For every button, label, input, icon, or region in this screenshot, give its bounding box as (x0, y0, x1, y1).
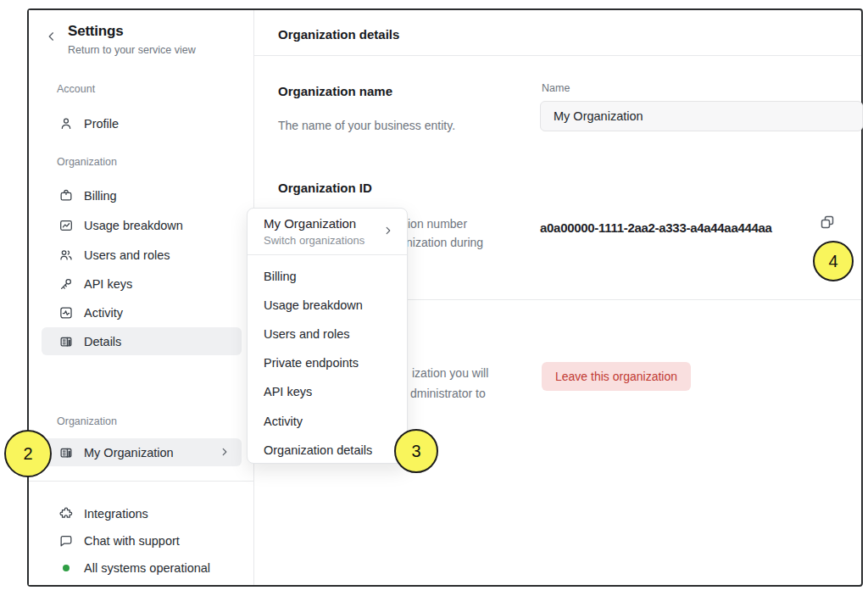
sidebar-item-activity[interactable]: Activity (42, 298, 242, 326)
building-icon (58, 334, 74, 349)
organization-dropdown-menu: My Organization Switch organizations Bil… (247, 208, 408, 464)
dropdown-item-usage-breakdown[interactable]: Usage breakdown (248, 291, 407, 320)
section-label-organization-switcher: Organization (57, 415, 117, 427)
users-icon (58, 248, 74, 263)
sidebar-item-label: Chat with support (84, 534, 180, 548)
annotation-badge-2: 2 (4, 430, 52, 477)
sidebar-item-usage-breakdown[interactable]: Usage breakdown (42, 211, 242, 239)
dropdown-header-my-organization[interactable]: My Organization Switch organizations (248, 209, 407, 254)
sidebar-item-profile[interactable]: Profile (42, 109, 242, 137)
leave-description-fragment: dministrator to (410, 387, 486, 400)
org-name-description: The name of your business entity. (278, 119, 455, 132)
billing-icon (58, 188, 74, 203)
annotation-badge-3: 3 (394, 429, 438, 473)
sidebar-item-chat-support[interactable]: Chat with support (42, 526, 242, 554)
section-label-organization: Organization (57, 156, 117, 168)
puzzle-icon (58, 506, 74, 521)
back-chevron-icon[interactable] (46, 31, 59, 44)
app-window: Settings Return to your service view Acc… (27, 8, 863, 587)
sidebar-item-my-organization[interactable]: My Organization (42, 438, 242, 466)
activity-icon (58, 305, 74, 320)
organization-id-value: a0a00000-1111-2aa2-a333-a4a44aa444aa (540, 220, 772, 235)
dropdown-item-billing[interactable]: Billing (248, 262, 407, 291)
chevron-right-icon (383, 224, 393, 239)
dropdown-item-organization-details[interactable]: Organization details (248, 436, 407, 465)
name-field-label: Name (542, 82, 570, 94)
dropdown-item-private-endpoints[interactable]: Private endpoints (248, 348, 407, 377)
sidebar-item-details[interactable]: Details (42, 327, 242, 355)
sidebar-item-label: Activity (84, 306, 123, 320)
settings-sidebar: Settings Return to your service view Acc… (29, 10, 254, 585)
sidebar-item-label: My Organization (84, 446, 174, 460)
chat-bubble-icon (58, 533, 74, 549)
leave-organization-button[interactable]: Leave this organization (542, 362, 691, 391)
sidebar-item-label: API keys (84, 277, 132, 291)
annotation-badge-4: 4 (813, 241, 854, 281)
usage-chart-icon (58, 218, 74, 233)
sidebar-item-label: Users and roles (84, 248, 170, 262)
dropdown-item-activity[interactable]: Activity (248, 407, 407, 436)
chevron-right-icon (220, 446, 230, 460)
header-divider (254, 55, 861, 56)
dropdown-subtitle: Switch organizations (264, 234, 364, 247)
sidebar-item-label: All systems operational (84, 561, 210, 575)
org-id-heading: Organization ID (278, 181, 372, 195)
sidebar-item-users-and-roles[interactable]: Users and roles (42, 241, 242, 269)
person-icon (58, 116, 74, 131)
organization-name-input[interactable] (540, 101, 863, 131)
dropdown-item-users-and-roles[interactable]: Users and roles (248, 320, 407, 348)
key-icon (58, 276, 74, 292)
dropdown-title: My Organization (264, 216, 356, 231)
sidebar-item-api-keys[interactable]: API keys (42, 270, 242, 298)
sidebar-item-system-status[interactable]: All systems operational (42, 554, 242, 582)
sidebar-item-label: Usage breakdown (84, 219, 183, 232)
leave-description-fragment: ization you will (412, 366, 488, 380)
sidebar-item-integrations[interactable]: Integrations (42, 499, 242, 527)
sidebar-item-label: Integrations (84, 507, 148, 521)
sidebar-item-label: Details (84, 335, 121, 348)
dropdown-item-api-keys[interactable]: API keys (248, 377, 407, 406)
org-id-description-fragment: nization during (406, 236, 483, 249)
sidebar-divider (29, 481, 254, 482)
copy-icon[interactable] (816, 211, 838, 233)
section-label-account: Account (57, 83, 95, 95)
sidebar-item-billing[interactable]: Billing (42, 181, 242, 209)
org-id-description-fragment: ion number (408, 217, 467, 231)
status-dot-icon (58, 560, 74, 576)
page-title: Organization details (278, 27, 399, 42)
sidebar-subtitle[interactable]: Return to your service view (68, 44, 196, 56)
building-icon (58, 445, 74, 460)
sidebar-item-label: Billing (84, 189, 117, 203)
dropdown-divider (248, 254, 407, 255)
org-name-heading: Organization name (278, 84, 392, 98)
sidebar-title: Settings (68, 23, 196, 40)
sidebar-item-label: Profile (84, 117, 119, 131)
